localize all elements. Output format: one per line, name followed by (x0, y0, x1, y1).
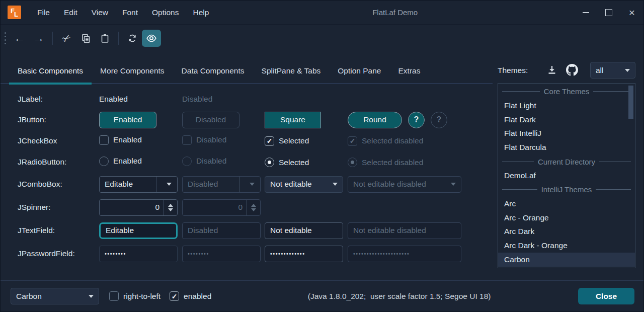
jlabel-row-label: JLabel: (18, 95, 99, 104)
passwordfield-not-editable-disabled (348, 246, 461, 262)
jpasswordfield-row-label: JPasswordField: (18, 249, 99, 258)
jlabel-disabled: Disabled (182, 95, 265, 104)
download-icon (547, 65, 557, 75)
checkbox-enabled[interactable]: ✓Enabled (99, 135, 142, 145)
window-controls: × (574, 1, 643, 24)
help-button-disabled[interactable]: ? (431, 112, 447, 128)
theme-list-scrollbar[interactable] (628, 86, 633, 119)
chevron-down-icon (89, 295, 94, 298)
title-bar: FL FileEditViewFontOptionsHelp FlatLaf D… (1, 1, 643, 25)
tab-data-components[interactable]: Data Components (173, 57, 253, 84)
copy-button[interactable] (76, 30, 95, 47)
theme-list-item[interactable]: Flat Dark (498, 113, 635, 127)
theme-list-item[interactable]: Flat Light (498, 99, 635, 113)
menu-help[interactable]: Help (186, 1, 216, 24)
close-window-button[interactable]: × (620, 1, 643, 24)
spinner-disabled (182, 199, 261, 216)
round-button[interactable]: Round (348, 112, 402, 128)
enabled-button[interactable]: Enabled (99, 112, 156, 128)
combobox-not-editable-disabled: Not editable disabled (348, 176, 461, 193)
right-to-left-checkbox[interactable]: ✓ right-to-left (109, 291, 160, 301)
basic-components-panel: JLabel: Enabled Disabled JButton: Enable… (1, 84, 493, 265)
chevron-down-icon (451, 183, 456, 186)
combobox-editable[interactable]: Editable (99, 176, 178, 193)
jbutton-row-label: JButton: (18, 115, 99, 124)
jbutton-row: JButton: Enabled Disabled Square Round ?… (18, 109, 493, 130)
passwordfield-disabled (182, 246, 261, 262)
github-icon (566, 64, 578, 76)
cut-icon: ✂ (60, 31, 73, 45)
enabled-checkbox[interactable]: ✓ enabled (170, 291, 211, 301)
download-themes-button[interactable] (547, 65, 557, 75)
jcheckbox-row-label: JCheckBox (18, 136, 99, 145)
theme-list-item[interactable]: Flat Darcula (498, 140, 635, 154)
tab-option-pane[interactable]: Option Pane (329, 57, 389, 84)
menu-options[interactable]: Options (145, 1, 186, 24)
textfield-disabled (182, 222, 261, 239)
radio-selected-icon (265, 158, 274, 167)
menu-edit[interactable]: Edit (57, 1, 85, 24)
disabled-button[interactable]: Disabled (182, 112, 239, 128)
checkbox-selected[interactable]: ✓Selected (265, 136, 309, 146)
toolbar: ← → ✂ (1, 25, 161, 52)
tab-splitpane-tabs[interactable]: SplitPane & Tabs (253, 57, 330, 84)
combobox-not-editable[interactable]: Not editable (265, 176, 343, 193)
theme-list-item[interactable]: DemoLaf (498, 169, 635, 183)
cut-button[interactable]: ✂ (57, 30, 76, 47)
square-button[interactable]: Square (265, 112, 321, 128)
checkbox-icon: ✓ (109, 291, 119, 301)
radio-icon (99, 157, 109, 166)
radio-selected[interactable]: Selected (265, 158, 309, 167)
help-button[interactable]: ? (408, 112, 425, 128)
jcombobox-row-label: JComboBox: (18, 180, 99, 189)
github-link-button[interactable] (566, 64, 578, 76)
passwordfield-enabled[interactable] (99, 246, 178, 262)
maximize-icon (605, 9, 612, 16)
radio-selected-disabled: Selected disabled (348, 158, 423, 167)
theme-list-item[interactable]: Arc Dark - Orange (498, 239, 635, 253)
checkbox-disabled: ✓Disabled (182, 135, 226, 145)
checkbox-checked-icon: ✓ (348, 136, 357, 146)
toolbar-drag-grip[interactable] (5, 32, 6, 44)
paste-icon (100, 34, 110, 43)
themes-filter-combobox[interactable]: all (590, 62, 635, 79)
eye-icon (146, 34, 156, 42)
theme-list-item[interactable]: Arc - Orange (498, 211, 635, 225)
forward-button[interactable]: → (29, 30, 48, 47)
tab-more-components[interactable]: More Components (92, 57, 173, 84)
tab-extras[interactable]: Extras (390, 57, 429, 84)
menu-view[interactable]: View (85, 1, 115, 24)
spinner-up-icon[interactable] (168, 204, 173, 207)
textfield-not-editable (265, 222, 343, 239)
theme-combobox[interactable]: Carbon (11, 288, 99, 304)
jtextfield-row-label: JTextField: (18, 226, 99, 235)
menu-font[interactable]: Font (115, 1, 145, 24)
minimize-button[interactable] (574, 1, 597, 24)
refresh-button[interactable] (123, 30, 142, 47)
maximize-button[interactable] (597, 1, 620, 24)
radio-enabled[interactable]: Enabled (99, 157, 142, 166)
chevron-down-icon (333, 183, 338, 186)
spinner-down-icon[interactable] (168, 208, 173, 211)
copy-icon (81, 34, 91, 43)
jcheckbox-row: JCheckBox ✓Enabled ✓Disabled ✓Selected ✓… (18, 130, 493, 151)
spinner-enabled[interactable] (99, 199, 178, 216)
spinner-input[interactable] (100, 203, 164, 212)
eye-toggle-button[interactable] (142, 30, 161, 47)
back-button[interactable]: ← (10, 30, 29, 47)
close-button[interactable]: Close (578, 288, 634, 304)
textfield-editable[interactable] (99, 222, 178, 239)
paste-button[interactable] (95, 30, 114, 47)
theme-list-item[interactable]: Arc (498, 197, 635, 211)
theme-list: Core ThemesFlat LightFlat DarkFlat Intel… (498, 83, 635, 268)
status-bar: Carbon ✓ right-to-left ✓ enabled (Java 1… (1, 280, 643, 311)
themes-label: Themes: (498, 66, 528, 75)
toolbar-separator (118, 32, 119, 45)
tab-basic-components[interactable]: Basic Components (9, 57, 92, 84)
theme-list-item[interactable]: Carbon (498, 253, 635, 267)
menu-file[interactable]: File (30, 1, 57, 24)
theme-group-separator: Core Themes (498, 85, 635, 99)
theme-list-item[interactable]: Arc Dark (498, 224, 635, 239)
jlabel-enabled: Enabled (99, 95, 182, 104)
theme-list-item[interactable]: Flat IntelliJ (498, 127, 635, 141)
